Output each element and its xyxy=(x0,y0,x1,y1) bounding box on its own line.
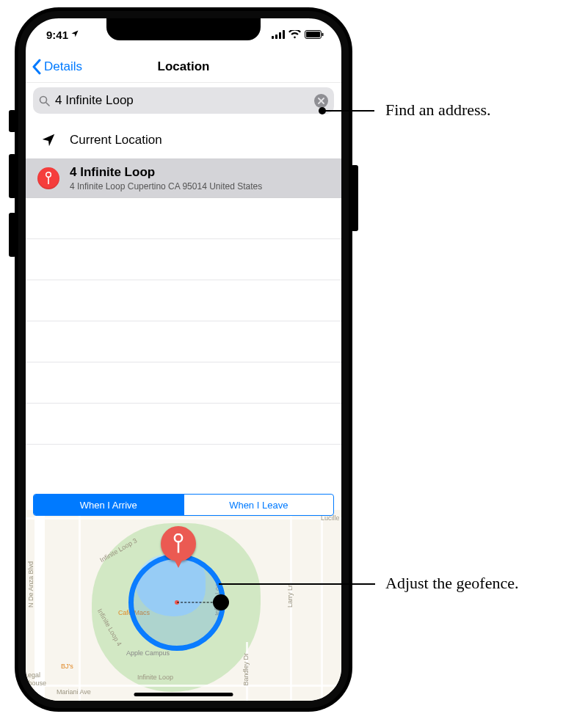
phone-frame: 9:41 xyxy=(15,7,352,712)
svg-line-8 xyxy=(46,103,49,106)
map-road xyxy=(321,510,323,701)
home-indicator[interactable] xyxy=(134,693,233,696)
list-item xyxy=(26,239,341,280)
close-icon xyxy=(318,98,324,104)
map-label: ewhouse xyxy=(26,679,46,687)
pin-icon xyxy=(37,167,59,189)
row-title: Current Location xyxy=(70,133,162,147)
map-label: Bandley Dr xyxy=(242,653,250,686)
geofence-ring[interactable] xyxy=(128,554,225,651)
svg-point-11 xyxy=(46,172,51,178)
clear-search-button[interactable] xyxy=(314,94,328,108)
map-label: Apple Campus xyxy=(126,649,170,657)
status-time: 9:41 xyxy=(46,29,68,41)
map-view[interactable]: N De Anza Blvd Cafe Macs Apple Campus BJ… xyxy=(26,510,341,701)
segment-when-i-arrive[interactable]: When I Arrive xyxy=(34,495,184,515)
segment-label: When I Leave xyxy=(229,500,288,511)
list-item xyxy=(26,321,341,362)
search-value: 4 Infinite Loop xyxy=(55,93,314,108)
svg-rect-0 xyxy=(272,36,274,39)
geofence-resize-handle[interactable] xyxy=(213,594,229,610)
callout-connector xyxy=(322,110,374,112)
location-arrow-icon xyxy=(37,129,59,151)
svg-rect-2 xyxy=(279,32,281,39)
callout-adjust-geofence: Adjust the geofence. xyxy=(385,574,518,593)
list-item xyxy=(26,404,341,445)
map-road xyxy=(26,517,341,519)
page-title: Location xyxy=(158,59,210,74)
segment-label: When I Arrive xyxy=(80,500,137,511)
map-label: Larry Ln xyxy=(286,583,294,608)
svg-rect-1 xyxy=(275,34,277,39)
svg-point-7 xyxy=(40,96,47,103)
map-label: BJ's xyxy=(61,663,73,670)
back-button[interactable]: Details xyxy=(32,59,82,75)
map-pin-icon xyxy=(161,526,196,561)
segment-when-i-leave[interactable]: When I Leave xyxy=(184,495,334,515)
back-label: Details xyxy=(44,59,82,74)
map-road xyxy=(26,685,341,687)
results-list: Current Location 4 Infinite Loop 4 Infin… xyxy=(26,121,341,445)
callout-find-address: Find an address. xyxy=(385,101,491,120)
list-item xyxy=(26,198,341,239)
chevron-left-icon xyxy=(32,59,41,75)
arrival-mode-segmented: When I Arrive When I Leave xyxy=(33,494,334,516)
svg-rect-3 xyxy=(283,30,285,39)
map-road xyxy=(79,510,81,701)
result-subtitle: 4 Infinite Loop Cupertino CA 95014 Unite… xyxy=(70,181,262,192)
wifi-icon xyxy=(288,29,301,41)
svg-rect-6 xyxy=(322,32,324,35)
search-input[interactable]: 4 Infinite Loop xyxy=(33,87,334,114)
search-icon xyxy=(39,95,50,106)
map-label: N De Anza Blvd xyxy=(27,561,35,608)
result-title: 4 Infinite Loop xyxy=(70,165,262,180)
list-item xyxy=(26,280,341,321)
current-location-row[interactable]: Current Location xyxy=(26,121,341,159)
list-item xyxy=(26,362,341,404)
nav-bar: Details Location xyxy=(26,51,341,83)
map-label: Legal xyxy=(26,671,40,679)
notch xyxy=(106,18,261,40)
location-services-icon xyxy=(70,29,79,40)
svg-rect-5 xyxy=(306,32,320,37)
battery-icon xyxy=(305,29,324,41)
svg-point-13 xyxy=(175,534,182,542)
cellular-signal-icon xyxy=(272,29,285,41)
map-label: Mariani Ave xyxy=(57,688,91,696)
map-label: Infinite Loop xyxy=(137,674,173,681)
search-result-row[interactable]: 4 Infinite Loop 4 Infinite Loop Cupertin… xyxy=(26,159,341,198)
callout-connector xyxy=(219,583,375,585)
